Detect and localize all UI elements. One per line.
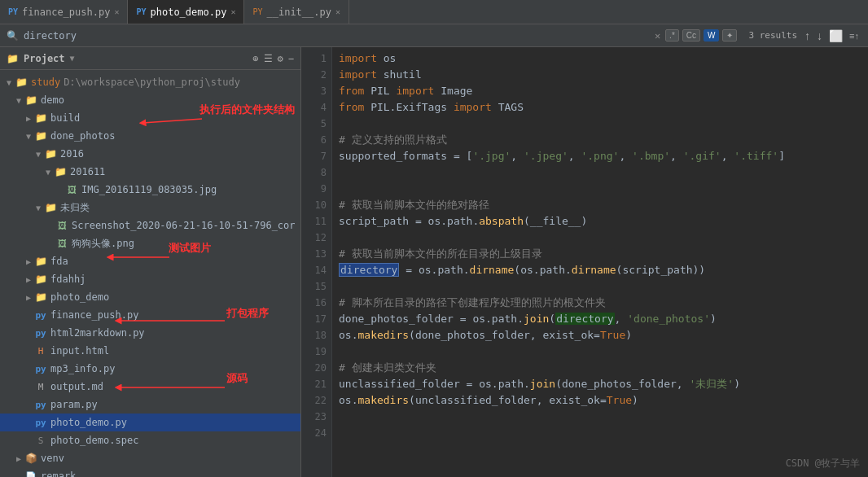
tree-row-input-html[interactable]: H input.html: [0, 342, 300, 360]
tree-row-201611[interactable]: ▼ 📁 201611: [0, 163, 300, 181]
item-label: mp3_info.py: [50, 363, 115, 374]
code-line: os.makedirs(done_photos_folder, exist_ok…: [339, 327, 861, 344]
folder-icon: 📁: [15, 77, 28, 88]
code-area: 12345 678910 1112131415 1617181920 21222…: [301, 47, 868, 477]
item-label: param.py: [50, 399, 98, 410]
tree-row-dog-png[interactable]: 🖼 狗狗头像.png: [0, 234, 300, 252]
code-line: directory = os.path.dirname(os.path.dirn…: [339, 262, 861, 278]
py-file-icon: PY: [252, 7, 262, 16]
tree-row-mp3-info[interactable]: py mp3_info.py: [0, 360, 300, 378]
item-label: IMG_20161119_083035.jpg: [81, 184, 217, 195]
code-line: done_photos_folder = os.path.join(direct…: [339, 311, 861, 327]
tree-row-unclassified[interactable]: ▼ 📁 未归类: [0, 199, 300, 217]
next-result-button[interactable]: ↓: [814, 29, 825, 42]
tree-row-img[interactable]: 🖼 IMG_20161119_083035.jpg: [0, 181, 300, 199]
pin-button[interactable]: ✦: [722, 29, 737, 42]
tree-row-photo-demo-py[interactable]: py photo_demo.py: [0, 414, 300, 431]
menu-icon[interactable]: ☰: [264, 53, 273, 64]
word-button[interactable]: W: [704, 29, 719, 42]
tree-row-venv[interactable]: ▶ 📦 venv: [0, 449, 300, 467]
prev-result-button[interactable]: ↑: [802, 29, 813, 42]
regex-button[interactable]: .*: [665, 29, 679, 42]
tab-finance-push[interactable]: PY finance_push.py ✕: [0, 0, 128, 24]
tab-close-icon[interactable]: ✕: [335, 7, 340, 16]
text-file-icon: 📄: [24, 470, 37, 477]
tab-close-icon[interactable]: ✕: [230, 7, 235, 16]
py-file-icon: py: [34, 327, 47, 339]
folder-icon: 📁: [34, 256, 47, 267]
file-tree: ▼ 📁 study D:\workspace\python_proj\study…: [0, 70, 300, 477]
code-line: supported_formats = ['.jpg', '.jpeg', '.…: [339, 148, 861, 164]
tab-init[interactable]: PY __init__.py ✕: [244, 0, 349, 24]
item-label: D:\workspace\python_proj\study: [64, 77, 240, 88]
tree-row-html2markdown[interactable]: py html2markdown.py: [0, 324, 300, 342]
code-line: import shutil: [339, 67, 861, 83]
code-line: [339, 425, 861, 441]
folder-icon: 📁: [34, 291, 47, 303]
search-icon: 🔍: [7, 30, 19, 42]
code-line: # 获取当前脚本文件的绝对路径: [339, 197, 861, 213]
minus-icon[interactable]: −: [288, 53, 294, 64]
tree-row-done-photos[interactable]: ▼ 📁 done_photos: [0, 127, 300, 145]
toggle-results-button[interactable]: ⬜: [826, 29, 845, 42]
code-line: from PIL import Image: [339, 83, 861, 99]
folder-icon: 📁: [44, 202, 57, 213]
tree-row-finance-push[interactable]: py finance_push.py: [0, 306, 300, 324]
arrow-icon: ▼: [3, 78, 15, 87]
case-button[interactable]: Cc: [682, 29, 700, 42]
tree-row-output-md[interactable]: M output.md: [0, 378, 300, 396]
chevron-down-icon[interactable]: ▼: [70, 54, 75, 63]
close-search-icon[interactable]: ✕: [655, 30, 660, 42]
line-numbers: 12345 678910 1112131415 1617181920 21222…: [301, 47, 332, 477]
code-content[interactable]: import os import shutil from PIL import …: [332, 47, 868, 477]
tree-row-screenshot[interactable]: 🖼 Screenshot_2020-06-21-16-10-51-796_cor: [0, 217, 300, 234]
tab-photo-demo[interactable]: PY photo_demo.py ✕: [128, 0, 244, 24]
item-label: finance_push.py: [50, 309, 138, 321]
html-file-icon: H: [34, 345, 47, 357]
gear-icon[interactable]: ⚙: [278, 53, 283, 64]
tree-row-remark[interactable]: 📄 remark: [0, 467, 300, 477]
tab-label: photo_demo.py: [151, 7, 227, 18]
code-line: os.makedirs(unclassified_folder, exist_o…: [339, 392, 861, 409]
folder-icon: 📁: [54, 166, 67, 177]
arrow-icon: ▶: [23, 293, 34, 302]
code-line: [339, 164, 861, 181]
code-line: [339, 344, 861, 360]
arrow-icon: ▼: [13, 96, 24, 105]
item-label: 狗狗头像.png: [72, 237, 134, 251]
item-label: 2016: [60, 148, 84, 160]
item-label: Screenshot_2020-06-21-16-10-51-796_cor: [72, 220, 296, 231]
item-label: fdahhj: [50, 274, 85, 285]
tab-close-icon[interactable]: ✕: [114, 7, 119, 16]
arrow-icon: ▶: [23, 257, 34, 266]
folder-icon: 📁: [34, 130, 47, 142]
app-root: PY finance_push.py ✕ PY photo_demo.py ✕ …: [0, 0, 868, 477]
tree-row-study[interactable]: ▼ 📁 study D:\workspace\python_proj\study: [0, 73, 300, 91]
item-label: study: [31, 77, 60, 88]
code-line: # 脚本所在目录的路径下创建程序处理的照片的根文件夹: [339, 295, 861, 311]
tree-row-build[interactable]: ▶ 📁 build: [0, 109, 300, 127]
arrow-icon: ▼: [33, 150, 44, 159]
code-line: from PIL.ExifTags import TAGS: [339, 99, 861, 116]
tree-row-param-py[interactable]: py param.py: [0, 396, 300, 414]
arrow-icon: ▼: [42, 168, 54, 177]
item-label: done_photos: [50, 130, 115, 142]
search-input[interactable]: [24, 30, 650, 42]
tab-bar: PY finance_push.py ✕ PY photo_demo.py ✕ …: [0, 0, 868, 24]
item-label: demo: [41, 94, 64, 106]
py-file-icon: PY: [136, 7, 146, 16]
image-file-icon: 🖼: [55, 220, 68, 231]
settings-button[interactable]: ≡↑: [847, 29, 861, 42]
tree-row-photo-demo-folder[interactable]: ▶ 📁 photo_demo: [0, 288, 300, 306]
tree-row-fda[interactable]: ▶ 📁 fda: [0, 252, 300, 270]
plus-icon[interactable]: ⊕: [252, 53, 258, 64]
code-line: [339, 230, 861, 246]
tree-row-2016[interactable]: ▼ 📁 2016: [0, 145, 300, 163]
tree-row-photo-demo-spec[interactable]: S photo_demo.spec: [0, 431, 300, 449]
py-file-icon: py: [34, 309, 47, 321]
code-line: # 获取当前脚本文件的所在目录的上级目录: [339, 246, 861, 262]
code-line: # 定义支持的照片格式: [339, 132, 861, 148]
item-label: input.html: [50, 345, 109, 357]
tree-row-fdahhj[interactable]: ▶ 📁 fdahhj: [0, 270, 300, 288]
tree-row-demo[interactable]: ▼ 📁 demo: [0, 91, 300, 109]
